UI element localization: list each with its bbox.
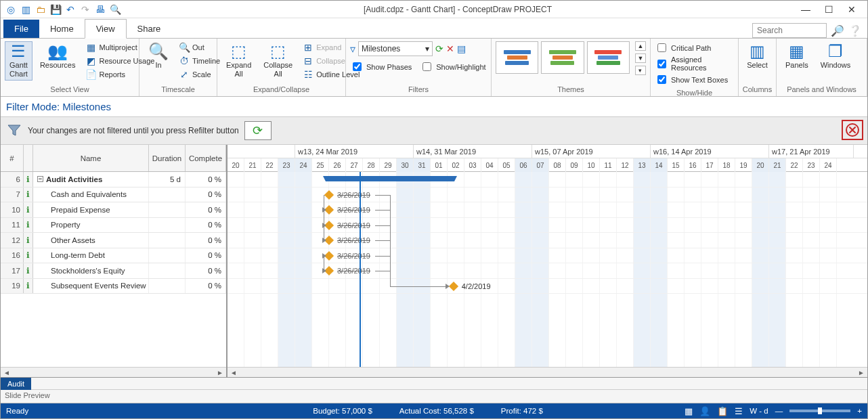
gantt-row[interactable] <box>227 172 867 188</box>
gantt-chart-button[interactable]: ☰ Gantt Chart <box>5 41 32 81</box>
col-name[interactable]: Name <box>33 145 149 171</box>
target-icon[interactable]: ◎ <box>5 3 17 16</box>
cell-name[interactable]: Cash and Equivalents <box>33 188 149 202</box>
show-phases-checkbox[interactable]: Show Phases <box>350 60 412 73</box>
table-row[interactable]: 11ℹProperty0 % <box>1 218 226 234</box>
search-input[interactable] <box>752 23 827 38</box>
cell-complete[interactable]: 0 % <box>186 263 226 278</box>
assigned-resources-checkbox[interactable]: Assigned Resources <box>655 56 734 72</box>
cell-complete[interactable]: 0 % <box>186 218 226 233</box>
panels-button[interactable]: ▦Panels <box>781 41 813 72</box>
file-tab[interactable]: File <box>3 20 39 38</box>
cell-complete[interactable]: 0 % <box>186 279 226 294</box>
slide-preview-panel[interactable]: Slide Preview <box>1 390 867 403</box>
milestone-marker[interactable] <box>449 281 458 290</box>
new-icon[interactable]: ▥ <box>20 3 32 16</box>
zoom-out-button[interactable]: — <box>775 407 783 415</box>
col-indicator[interactable] <box>24 145 33 171</box>
cell-duration[interactable]: 5 d <box>149 172 186 187</box>
resources-button[interactable]: 👥 Resources <box>35 41 81 72</box>
cell-duration[interactable] <box>149 218 186 233</box>
cell-name[interactable]: Long-term Debt <box>33 248 149 263</box>
cell-name[interactable]: Stockholders's Equity <box>33 263 149 278</box>
sb-view1-icon[interactable]: ▦ <box>685 406 693 416</box>
table-row[interactable]: 16ℹLong-term Debt0 % <box>1 248 226 264</box>
cell-duration[interactable] <box>149 248 186 263</box>
clear-filter-icon[interactable]: ✕ <box>446 43 454 54</box>
table-row[interactable]: 10ℹPrepaid Expense0 % <box>1 202 226 218</box>
save-icon[interactable]: 💾 <box>49 3 62 16</box>
themes-down-icon[interactable]: ▼ <box>635 53 646 63</box>
col-num[interactable]: # <box>1 145 24 171</box>
gantt-row[interactable]: 4/2/2019 <box>227 279 867 294</box>
cell-name[interactable]: −Audit Activities <box>33 172 149 187</box>
cell-name[interactable]: Other Assets <box>33 233 149 248</box>
cell-duration[interactable] <box>149 279 186 294</box>
col-duration[interactable]: Duration <box>149 145 186 171</box>
table-row[interactable]: 7ℹCash and Equivalents0 % <box>1 188 226 203</box>
select-columns-button[interactable]: ▥Select <box>742 41 773 72</box>
tab-home[interactable]: Home <box>39 20 85 38</box>
gantt-scrollbar[interactable]: ◄► <box>227 367 867 377</box>
window-close-button[interactable]: ✕ <box>842 3 862 16</box>
gantt-body[interactable]: 3/26/20193/26/20193/26/20193/26/20193/26… <box>227 172 867 367</box>
redo-icon[interactable]: ↷ <box>79 3 91 16</box>
cell-complete[interactable]: 0 % <box>186 172 226 187</box>
filter-dropdown[interactable]: Milestones▾ <box>358 41 433 56</box>
expand-all-button[interactable]: ⬚Expand All <box>221 41 256 81</box>
maximize-button[interactable]: ☐ <box>819 3 839 16</box>
zoom-in-button[interactable]: + <box>857 407 862 415</box>
table-row[interactable]: 19ℹSubsequent Events Review0 % <box>1 279 226 294</box>
cell-complete[interactable]: 0 % <box>186 248 226 263</box>
table-row[interactable]: 12ℹOther Assets0 % <box>1 233 226 248</box>
tab-view[interactable]: View <box>85 19 127 39</box>
zoom-extents-icon[interactable]: 🔍 <box>109 3 121 16</box>
zoom-in-button[interactable]: 🔍In <box>144 41 173 72</box>
cell-complete[interactable]: 0 % <box>186 202 226 217</box>
windows-button[interactable]: ❐Windows <box>816 41 856 72</box>
themes-more-icon[interactable]: ▾ <box>635 66 646 75</box>
cell-name[interactable]: Subsequent Events Review <box>33 279 149 294</box>
cell-duration[interactable] <box>149 202 186 217</box>
theme-3[interactable] <box>587 41 630 74</box>
help-icon[interactable]: ❔ <box>848 24 862 37</box>
close-filter-button[interactable] <box>842 120 863 140</box>
theme-2[interactable] <box>541 41 584 74</box>
zoom-slider[interactable] <box>789 410 850 412</box>
binoculars-icon[interactable]: 🔎 <box>831 24 844 37</box>
cell-complete[interactable]: 0 % <box>186 188 226 202</box>
themes-up-icon[interactable]: ▲ <box>635 41 646 51</box>
zoom-out-button[interactable]: 🔍Out <box>176 41 223 53</box>
show-highlight-checkbox[interactable]: Show/Highlight <box>420 60 485 73</box>
milestone-marker[interactable] <box>324 190 334 199</box>
collapse-all-button[interactable]: ⬚Collapse All <box>259 41 297 81</box>
show-textboxes-checkbox[interactable]: Show Text Boxes <box>655 73 734 86</box>
cell-name[interactable]: Property <box>33 218 149 233</box>
sheet-tab-audit[interactable]: Audit <box>1 378 31 390</box>
sb-user-icon[interactable]: 👤 <box>699 406 710 416</box>
timeline-button[interactable]: ⏱Timeline <box>176 55 223 67</box>
col-complete[interactable]: Complete <box>186 145 226 171</box>
sb-list-icon[interactable]: ☰ <box>735 406 743 416</box>
cell-duration[interactable] <box>149 263 186 278</box>
sb-clip-icon[interactable]: 📋 <box>717 406 728 416</box>
refilter-icon[interactable]: ⟳ <box>435 43 443 54</box>
grid-scrollbar[interactable]: ◄► <box>1 367 226 377</box>
critical-path-checkbox[interactable]: Critical Path <box>655 41 734 54</box>
filter-settings-icon[interactable]: ▤ <box>457 43 466 54</box>
table-row[interactable]: 17ℹStockholders's Equity0 % <box>1 263 226 279</box>
minimize-button[interactable]: — <box>796 3 816 16</box>
cell-name[interactable]: Prepaid Expense <box>33 202 149 217</box>
theme-1[interactable] <box>496 41 538 74</box>
cell-complete[interactable]: 0 % <box>186 233 226 248</box>
summary-bar[interactable] <box>326 176 454 181</box>
scale-button[interactable]: ⤢Scale <box>176 68 223 81</box>
open-icon[interactable]: 🗀 <box>35 3 47 16</box>
cell-duration[interactable] <box>149 188 186 202</box>
tab-share[interactable]: Share <box>127 20 172 38</box>
table-row[interactable]: 6ℹ−Audit Activities5 d0 % <box>1 172 226 188</box>
print-icon[interactable]: 🖶 <box>94 3 106 16</box>
undo-icon[interactable]: ↶ <box>64 3 77 16</box>
refilter-button[interactable]: ⟳ <box>244 121 272 140</box>
cell-duration[interactable] <box>149 233 186 248</box>
